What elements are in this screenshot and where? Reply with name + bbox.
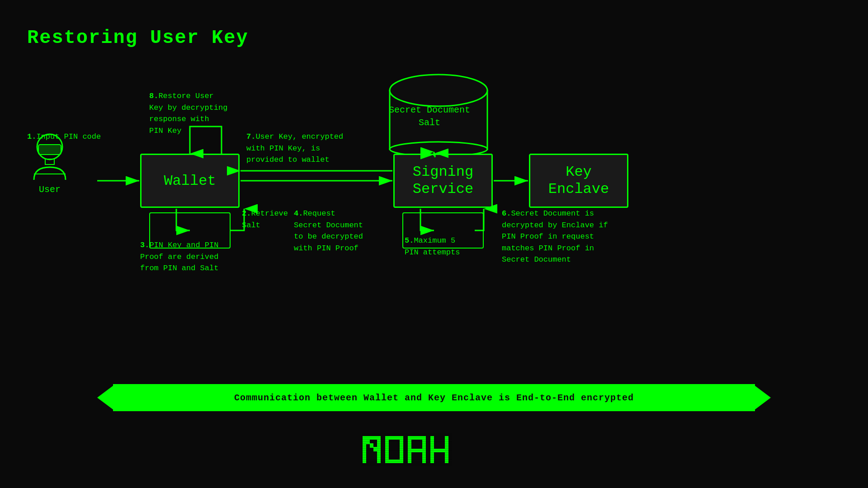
page-title: Restoring User Key [27,27,249,49]
step2-label: 2.Retrieve Salt [242,208,288,231]
wallet-box: Wallet [140,154,240,208]
noah-logo [362,434,506,470]
svg-rect-1 [38,145,61,155]
banner-arrow-left [97,384,115,411]
step3-label: 3.PIN Key and PIN Proof are derived from… [140,239,218,274]
secret-document-salt: Secret Document Salt [380,68,497,158]
key-enclave-box: Key Enclave [529,154,628,208]
banner-arrow-right [753,384,771,411]
step6-label: 6.Secret Document is decrypted by Enclav… [502,208,608,266]
user-section: User [27,131,72,195]
user-label: User [39,184,61,195]
svg-point-6 [390,75,487,106]
step7-label: 7.User Key, encrypted with PIN Key, is p… [246,131,343,166]
step5-label: 5.Maximum 5 PIN attempts [405,235,460,258]
e2e-banner: Communication between Wallet and Key Enc… [113,384,755,411]
step8-label: 8.Restore User Key by decrypting respons… [149,90,227,136]
user-icon [27,131,72,181]
svg-rect-39 [362,434,452,465]
cylinder-label: Secret Document Salt [380,104,479,129]
signing-service-box: Signing Service [393,154,493,208]
step4-label: 4.Request Secret Document to be decrypte… [294,208,363,254]
e2e-banner-text: Communication between Wallet and Key Enc… [234,393,634,403]
